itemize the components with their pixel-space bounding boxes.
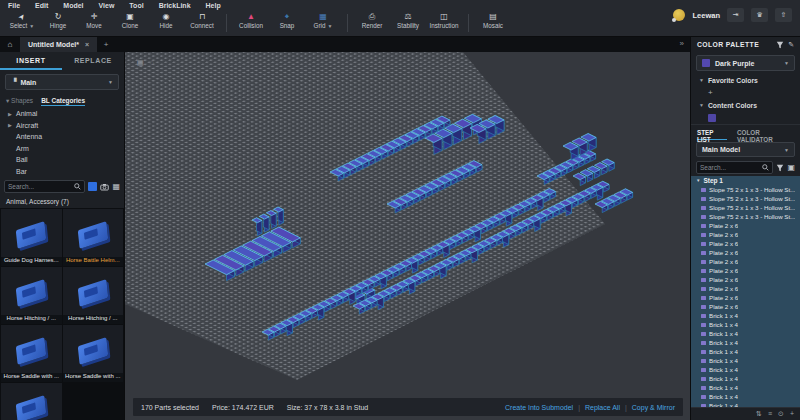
menu-view[interactable]: View xyxy=(99,2,115,12)
tab-bl-categories[interactable]: BL Categories xyxy=(41,97,85,106)
step-part-row[interactable]: Plate 2 x 6 xyxy=(691,293,800,302)
hinge-button[interactable]: ↻Hinge xyxy=(40,12,76,29)
step-part-row[interactable]: Slope 75 2 x 1 x 3 - Hollow St... xyxy=(691,185,800,194)
tab-shapes[interactable]: ▾ Shapes xyxy=(6,97,33,105)
step-part-row[interactable]: Brick 1 x 4 xyxy=(691,374,800,383)
menu-edit[interactable]: Edit xyxy=(35,2,48,12)
step-part-row[interactable]: Brick 1 x 4 xyxy=(691,320,800,329)
select-button[interactable]: ➤Select▼ xyxy=(4,12,40,29)
step-part-row[interactable]: Brick 1 x 4 xyxy=(691,392,800,401)
step-part-row[interactable]: Plate 2 x 6 xyxy=(691,248,800,257)
part-tile[interactable]: Horse Saddle with ... xyxy=(63,325,124,382)
part-tile[interactable]: Horse Hitching / ... xyxy=(63,267,124,324)
category-aircraft[interactable]: ▶Aircraft xyxy=(0,120,124,132)
step-part-row[interactable]: Brick 1 x 4 xyxy=(691,383,800,392)
category-arm[interactable]: Arm xyxy=(0,143,124,155)
content-colors-toggle[interactable]: ▼ Content Colors xyxy=(691,99,800,111)
snapshot-icon[interactable]: ⊙ xyxy=(778,410,784,418)
tab-insert[interactable]: INSERT xyxy=(0,52,62,70)
step-part-row[interactable]: Brick 1 x 4 xyxy=(691,347,800,356)
step-search-row: Search... ▣ xyxy=(691,159,800,176)
parts-search-input[interactable]: Search... xyxy=(4,180,85,193)
orbit-icon[interactable]: ◌ xyxy=(150,59,154,67)
menu-file[interactable]: File xyxy=(8,2,20,12)
edit-palette-icon[interactable]: ✎ xyxy=(788,41,794,49)
chevrons-right-icon[interactable]: » xyxy=(680,39,684,48)
new-tab-button[interactable]: + xyxy=(97,37,115,52)
baseplate-toggle-icon[interactable]: ▦ xyxy=(137,59,144,67)
step-part-row[interactable]: Brick 1 x 4 xyxy=(691,329,800,338)
create-into-submodel-link[interactable]: Create Into Submodel xyxy=(505,404,573,411)
avatar[interactable] xyxy=(673,9,685,21)
filter-icon[interactable] xyxy=(776,164,784,172)
hide-button[interactable]: ◉Hide xyxy=(148,12,184,29)
home-button[interactable]: ⌂ xyxy=(0,37,20,52)
copy-mirror-link[interactable]: Copy & Mirror xyxy=(632,404,675,411)
step-part-row[interactable]: Brick 1 x 4 xyxy=(691,338,800,347)
category-antenna[interactable]: Antenna xyxy=(0,131,124,143)
part-tile[interactable]: Horse Battle Helm... xyxy=(63,209,124,266)
step-part-row[interactable]: Brick 1 x 4 xyxy=(691,356,800,365)
category-animal[interactable]: ▶Animal xyxy=(0,108,124,120)
step-model-selector[interactable]: Main Model ▼ xyxy=(696,142,795,157)
tab-step-list[interactable]: STEP LIST xyxy=(697,129,727,140)
color-filter-swatch[interactable] xyxy=(88,182,97,191)
grid-button[interactable]: ▦Grid▼ xyxy=(305,12,341,29)
move-button[interactable]: ✛Move xyxy=(76,12,112,29)
clone-button[interactable]: ▣Clone xyxy=(112,12,148,29)
content-color-swatch[interactable] xyxy=(708,114,716,122)
menu-tool[interactable]: Tool xyxy=(129,2,143,12)
replace-all-link[interactable]: Replace All xyxy=(585,404,620,411)
collision-button[interactable]: ▲Collision xyxy=(233,12,269,29)
collapse-all-icon[interactable]: ≡ xyxy=(768,410,772,418)
part-tile[interactable]: Horse Saddle with ... xyxy=(1,325,62,382)
part-tile[interactable]: Horse Hitching / ... xyxy=(1,267,62,324)
close-tab-icon[interactable]: × xyxy=(85,41,89,48)
add-step-icon[interactable]: + xyxy=(790,410,794,418)
step-part-row[interactable]: Plate 2 x 6 xyxy=(691,266,800,275)
favorite-colors-toggle[interactable]: ▼ Favorite Colors xyxy=(691,74,800,86)
multi-select-icon[interactable]: ▣ xyxy=(787,163,795,172)
menu-model[interactable]: Model xyxy=(63,2,83,12)
category-ball[interactable]: Ball xyxy=(0,154,124,166)
menu-help[interactable]: Help xyxy=(206,2,221,12)
part-tile[interactable]: Guide Dog Harnes... xyxy=(1,209,62,266)
camera-icon[interactable] xyxy=(100,183,109,191)
model-selector[interactable]: ▝ Main ▼ xyxy=(5,74,119,90)
snap-button[interactable]: ⌖Snap xyxy=(269,12,305,29)
category-bar[interactable]: Bar xyxy=(0,166,124,178)
mosaic-button[interactable]: ▤Mosaic xyxy=(475,12,511,29)
step-header[interactable]: ▼Step 1 xyxy=(691,176,800,185)
step-part-row[interactable]: Brick 1 x 4 xyxy=(691,311,800,320)
filter-icon[interactable] xyxy=(776,41,784,49)
viewport-3d[interactable]: ▦ ◌ 170 Parts selected Price: 174.472 EU… xyxy=(125,52,690,420)
step-part-row[interactable]: Slope 75 2 x 1 x 3 - Hollow St... xyxy=(691,194,800,203)
step-part-row[interactable]: Plate 2 x 6 xyxy=(691,221,800,230)
grid-view-icon[interactable]: ▦ xyxy=(112,182,120,191)
instruction-button[interactable]: ◫Instruction xyxy=(426,12,462,29)
render-button[interactable]: ⎙Render xyxy=(354,12,390,29)
step-search-input[interactable]: Search... xyxy=(696,161,773,174)
step-part-row[interactable]: Plate 2 x 6 xyxy=(691,230,800,239)
part-tile[interactable]: Horse Barding, Ru... xyxy=(1,383,62,420)
menu-bricklink[interactable]: BrickLink xyxy=(159,2,191,12)
document-tab[interactable]: Untitled Model* × xyxy=(20,37,97,52)
logout-icon[interactable]: ⇥ xyxy=(727,8,744,22)
color-selector[interactable]: Dark Purple ▼ xyxy=(696,55,795,71)
add-favorite-color-button[interactable]: + xyxy=(708,88,713,97)
step-part-row[interactable]: Slope 75 2 x 1 x 3 - Hollow St... xyxy=(691,203,800,212)
step-part-row[interactable]: Slope 75 2 x 1 x 3 - Hollow St... xyxy=(691,212,800,221)
crown-icon[interactable]: ♛ xyxy=(751,8,768,22)
step-part-row[interactable]: Plate 2 x 6 xyxy=(691,275,800,284)
connect-button[interactable]: ⊓Connect xyxy=(184,12,220,29)
tab-color-validator[interactable]: COLOR VALIDATOR xyxy=(737,129,794,140)
stability-button[interactable]: ⚖Stability xyxy=(390,12,426,29)
upload-icon[interactable]: ⇧ xyxy=(775,8,792,22)
tab-replace[interactable]: REPLACE xyxy=(62,52,124,70)
step-part-row[interactable]: Plate 2 x 6 xyxy=(691,239,800,248)
step-part-row[interactable]: Brick 1 x 4 xyxy=(691,365,800,374)
step-part-row[interactable]: Plate 2 x 6 xyxy=(691,302,800,311)
step-part-row[interactable]: Plate 2 x 6 xyxy=(691,257,800,266)
step-part-row[interactable]: Plate 2 x 6 xyxy=(691,284,800,293)
sort-icon[interactable]: ⇅ xyxy=(756,410,762,418)
